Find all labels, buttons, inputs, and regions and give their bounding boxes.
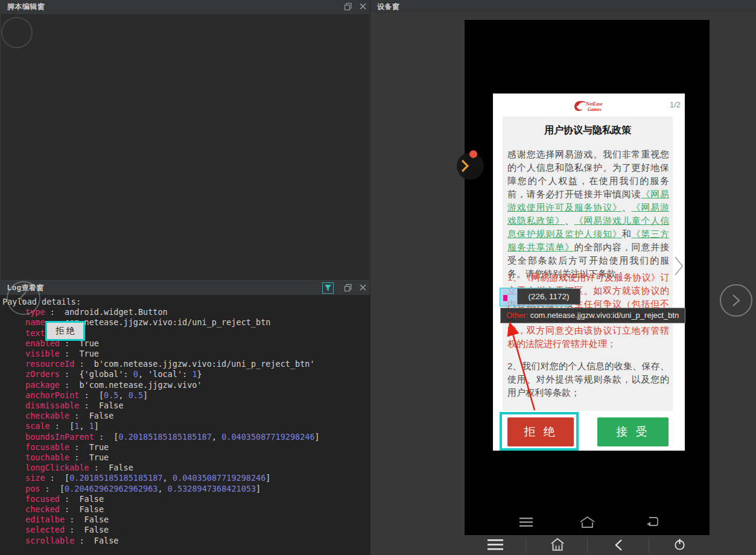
log-entry: editalbe : False xyxy=(0,515,370,525)
phone-menu-icon[interactable] xyxy=(519,518,533,527)
log-header: Payload details: xyxy=(0,297,370,307)
filter-icon[interactable] xyxy=(322,282,334,294)
next-device-button[interactable] xyxy=(720,284,752,317)
script-window-title: 脚本编辑窗 xyxy=(7,0,45,13)
toolbar-separator xyxy=(526,538,526,553)
widget-snippet: 拒 绝 xyxy=(45,321,85,341)
log-entry: longClickable : False xyxy=(0,463,370,473)
log-lines: type : android.widget.Buttonname : com.n… xyxy=(0,307,370,546)
close-icon[interactable] xyxy=(359,2,367,10)
brand-line2: Games xyxy=(588,107,602,112)
phone-home-icon[interactable] xyxy=(579,516,596,528)
maximize-icon[interactable] xyxy=(344,284,352,292)
phone-back-icon[interactable] xyxy=(645,516,659,527)
script-editor-area[interactable] xyxy=(0,13,370,281)
log-entry: boundsInParent : [0.20185185185185187, 0… xyxy=(0,432,370,442)
intro-text: 、 xyxy=(565,215,574,226)
log-entry: checkable : False xyxy=(0,411,370,421)
close-icon[interactable] xyxy=(359,284,367,291)
page-next-chevron-icon[interactable] xyxy=(674,256,684,276)
device-back-icon[interactable] xyxy=(614,539,623,551)
log-entry: zOrders : {'global': 0, 'local': 1} xyxy=(0,369,370,379)
netease-logo: NetEase Games xyxy=(566,98,605,115)
page-indicator: 1/2 xyxy=(656,100,681,109)
notification-dot xyxy=(469,150,477,158)
log-entry: pos : [0.20462962962962963, 0.5328947368… xyxy=(0,484,370,494)
coordinate-tooltip: (226, 1172) xyxy=(517,288,580,305)
log-window-titlebar: Log查看窗 xyxy=(0,281,370,296)
log-entry: visible : True xyxy=(0,349,370,359)
brand-line1: NetEase xyxy=(585,101,603,107)
log-entry: focusable : True xyxy=(0,442,370,452)
dialog-title: 用户协议与隐私政策 xyxy=(503,124,673,136)
log-entry: scale : [1, 1] xyxy=(0,421,370,431)
inspect-highlight-box xyxy=(500,412,579,451)
resource-tooltip-label: Other: xyxy=(506,311,528,320)
widget-snippet-label: 拒 绝 xyxy=(56,326,75,335)
log-entry: dismissable : False xyxy=(0,401,370,411)
log-entry: scrollable : False xyxy=(0,536,370,546)
accept-button[interactable]: 接 受 xyxy=(597,417,669,446)
device-window-titlebar: 设备窗 xyxy=(370,0,756,14)
log-entry: anchorPoint : [0.5, 0.5] xyxy=(0,390,370,401)
toolbar-separator xyxy=(649,538,649,553)
log-entry: touchable : True xyxy=(0,452,370,463)
maximize-icon[interactable] xyxy=(344,2,352,11)
intro-text: 和 xyxy=(622,229,632,239)
device-home-icon[interactable] xyxy=(550,538,565,551)
dialog-clause2: 2、我们对您的个人信息的收集、保存、使用、对外提供等规则条款，以及您的用户权利等… xyxy=(507,360,669,399)
anchor-dot xyxy=(503,295,507,301)
log-entry: selected : False xyxy=(0,525,370,535)
log-entry: resourceId : b'com.netease.jjgzw.vivo:id… xyxy=(0,359,370,369)
intro-text: 、 xyxy=(622,202,632,212)
device-window-title: 设备窗 xyxy=(377,0,400,13)
log-entry: checked : False xyxy=(0,504,370,515)
app-root: 脚本编辑窗 Log查看窗 Payload details: type : and… xyxy=(0,0,756,555)
resource-tooltip: Other: com.netease.jjgzw.vivo:id/uni_p_r… xyxy=(500,308,685,323)
script-window-titlebar: 脚本编辑窗 xyxy=(0,0,370,14)
toolbar-separator xyxy=(587,538,588,553)
device-power-icon[interactable] xyxy=(673,538,687,551)
log-entry: focused : False xyxy=(0,494,370,504)
log-entry: package : b'com.netease.jjgzw.vivo' xyxy=(0,380,370,390)
dialog-intro: 感谢您选择网易游戏。我们非常重视您的个人信息和隐私保护。为了更好地保障您的个人权… xyxy=(507,148,669,281)
device-menu-icon[interactable] xyxy=(488,539,503,551)
log-entry: size : [0.20185185185185187, 0.040350877… xyxy=(0,473,370,483)
ghost-ring xyxy=(1,17,33,48)
ghost-back-button[interactable] xyxy=(7,281,40,315)
resource-tooltip-value: com.netease.jjgzw.vivo:id/uni_p_reject_b… xyxy=(530,311,679,320)
panel-divider xyxy=(370,0,370,555)
log-entry: type : android.widget.Button xyxy=(0,307,370,317)
